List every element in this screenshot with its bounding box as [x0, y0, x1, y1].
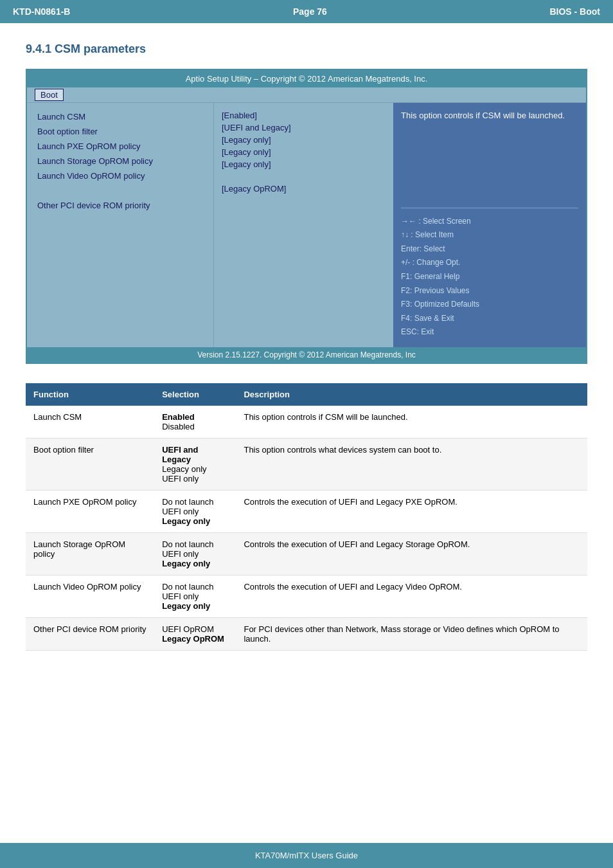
selection-option: Legacy only [162, 464, 228, 474]
bios-title-text: Aptio Setup Utility – Copyright © 2012 A… [186, 74, 428, 84]
cell-function: Launch Storage OpROM policy [26, 533, 154, 575]
selection-option: UEFI OpROM [162, 624, 228, 634]
selection-option: Enabled [162, 412, 228, 422]
bios-val-spacer [222, 172, 386, 181]
selection-option: Legacy OpROM [162, 634, 228, 644]
selection-option: UEFI only [162, 549, 228, 559]
table-row: Launch Storage OpROM policyDo not launch… [26, 533, 587, 575]
bios-menu-launch-video[interactable]: Launch Video OpROM policy [35, 170, 206, 182]
bios-menu-spacer [35, 185, 206, 197]
bios-help: →← : Select Screen ↑↓ : Select Item Ente… [401, 208, 578, 339]
col-description: Description [236, 383, 587, 406]
selection-option: Disabled [162, 422, 228, 431]
cell-function: Boot option filter [26, 439, 154, 491]
selection-option: UEFI only [162, 507, 228, 516]
section-title: 9.4.1 CSM parameters [26, 42, 587, 56]
cell-selection: Do not launchUEFI onlyLegacy only [154, 575, 236, 618]
cell-description: This option controls if CSM will be laun… [236, 406, 587, 439]
header-right: BIOS - Boot [549, 6, 600, 17]
help-enter: Enter: Select [401, 242, 578, 257]
help-select-item: ↑↓ : Select Item [401, 228, 578, 242]
col-function: Function [26, 383, 154, 406]
cell-function: Launch Video OpROM policy [26, 575, 154, 618]
help-esc: ESC: Exit [401, 325, 578, 339]
bios-val-launch-csm: [Enabled] [222, 111, 386, 120]
table-row: Launch PXE OpROM policyDo not launchUEFI… [26, 491, 587, 533]
header-center: Page 76 [293, 6, 327, 17]
table-row: Boot option filterUEFI and LegacyLegacy … [26, 439, 587, 491]
csm-table: Function Selection Description Launch CS… [26, 383, 587, 651]
cell-description: For PCI devices other than Network, Mass… [236, 618, 587, 651]
bios-val-boot-option: [UEFI and Legacy] [222, 123, 386, 132]
bios-footer: Version 2.15.1227. Copyright © 2012 Amer… [27, 347, 586, 363]
bios-body: Launch CSM Boot option filter Launch PXE… [27, 103, 586, 347]
selection-option: Do not launch [162, 539, 228, 549]
table-header-row: Function Selection Description [26, 383, 587, 406]
bios-center-panel: [Enabled] [UEFI and Legacy] [Legacy only… [213, 103, 393, 347]
cell-description: This option controls what devices system… [236, 439, 587, 491]
bios-val-pxe: [Legacy only] [222, 135, 386, 145]
cell-function: Launch PXE OpROM policy [26, 491, 154, 533]
help-f4: F4: Save & Exit [401, 312, 578, 326]
cell-description: Controls the execution of UEFI and Legac… [236, 575, 587, 618]
main-content: 9.4.1 CSM parameters Aptio Setup Utility… [0, 23, 613, 670]
cell-function: Other PCI device ROM priority [26, 618, 154, 651]
table-row: Other PCI device ROM priorityUEFI OpROML… [26, 618, 587, 651]
table-row: Launch Video OpROM policyDo not launchUE… [26, 575, 587, 618]
bios-title-bar: Aptio Setup Utility – Copyright © 2012 A… [27, 70, 586, 87]
bios-container: Aptio Setup Utility – Copyright © 2012 A… [26, 69, 587, 364]
selection-option: UEFI and Legacy [162, 445, 228, 464]
bios-menu-boot-option-filter[interactable]: Boot option filter [35, 125, 206, 138]
help-f2: F2: Previous Values [401, 284, 578, 298]
cell-selection: Do not launchUEFI onlyLegacy only [154, 491, 236, 533]
bios-right-panel: This option controls if CSM will be laun… [393, 103, 586, 347]
cell-description: Controls the execution of UEFI and Legac… [236, 533, 587, 575]
selection-option: UEFI only [162, 474, 228, 484]
bios-menu-launch-csm[interactable]: Launch CSM [35, 111, 206, 123]
boot-tab[interactable]: Boot [35, 89, 64, 101]
bios-menu-other-pci[interactable]: Other PCI device ROM priority [35, 199, 206, 212]
bios-menu-launch-storage[interactable]: Launch Storage OpROM policy [35, 155, 206, 167]
bios-menu-launch-pxe[interactable]: Launch PXE OpROM policy [35, 140, 206, 152]
cell-selection: Do not launchUEFI onlyLegacy only [154, 533, 236, 575]
selection-option: Do not launch [162, 497, 228, 507]
cell-description: Controls the execution of UEFI and Legac… [236, 491, 587, 533]
bios-left-panel: Launch CSM Boot option filter Launch PXE… [27, 103, 213, 347]
col-selection: Selection [154, 383, 236, 406]
bios-val-storage: [Legacy only] [222, 147, 386, 157]
header-bar: KTD-N0861-B Page 76 BIOS - Boot [0, 0, 613, 23]
cell-selection: EnabledDisabled [154, 406, 236, 439]
help-f3: F3: Optimized Defaults [401, 298, 578, 312]
bios-val-other-pci: [Legacy OpROM] [222, 184, 386, 194]
header-left: KTD-N0861-B [13, 6, 70, 17]
bios-val-video: [Legacy only] [222, 159, 386, 169]
selection-option: UEFI only [162, 592, 228, 601]
selection-option: Legacy only [162, 516, 228, 526]
cell-selection: UEFI OpROMLegacy OpROM [154, 618, 236, 651]
help-select-screen: →← : Select Screen [401, 215, 578, 229]
help-change: +/- : Change Opt. [401, 256, 578, 270]
footer-text: KTA70M/mITX Users Guide [255, 851, 358, 860]
cell-function: Launch CSM [26, 406, 154, 439]
help-f1: F1: General Help [401, 270, 578, 284]
selection-option: Do not launch [162, 582, 228, 592]
bios-description: This option controls if CSM will be laun… [401, 111, 578, 201]
selection-option: Legacy only [162, 601, 228, 611]
table-row: Launch CSMEnabledDisabledThis option con… [26, 406, 587, 439]
selection-option: Legacy only [162, 559, 228, 568]
page-footer: KTA70M/mITX Users Guide [0, 843, 613, 868]
cell-selection: UEFI and LegacyLegacy onlyUEFI only [154, 439, 236, 491]
